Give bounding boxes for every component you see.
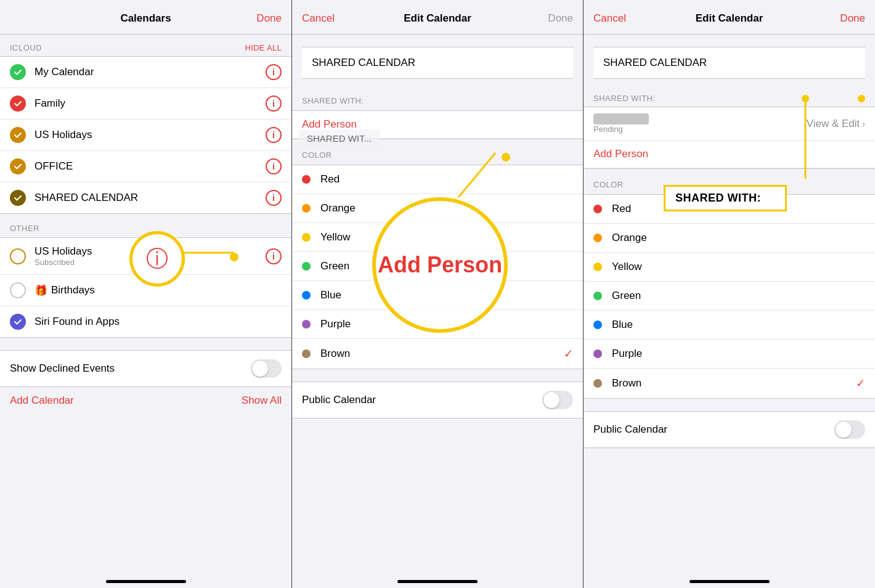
- color-orange-1[interactable]: Orange: [292, 194, 583, 223]
- purple-label-2: Purple: [612, 348, 865, 360]
- pending-label: Pending: [593, 125, 649, 134]
- cancel-button-1[interactable]: Cancel: [302, 12, 339, 25]
- birthdays-check: [10, 282, 26, 298]
- us-holidays-info[interactable]: i: [266, 127, 282, 143]
- us-holidays-check: [10, 127, 26, 143]
- shared-with-label-2: SHARED WITH:: [593, 94, 854, 103]
- purple-dot-1: [302, 320, 311, 329]
- us-holidays-label: US Holidays: [35, 129, 266, 141]
- color-list-2: Red Orange Yellow Green Blue: [584, 194, 875, 399]
- green-dot-1: [302, 262, 311, 271]
- icloud-section: ICLOUD HIDE ALL My Calendar i Fam: [0, 35, 291, 214]
- color-blue-2[interactable]: Blue: [584, 311, 875, 340]
- color-brown-1[interactable]: Brown ✓: [292, 339, 583, 369]
- color-orange-2[interactable]: Orange: [584, 224, 875, 253]
- home-indicator-2: [292, 567, 583, 588]
- add-calendar-button[interactable]: Add Calendar: [10, 394, 74, 407]
- add-person-button-2[interactable]: Add Person: [584, 141, 875, 168]
- family-label: Family: [35, 97, 266, 110]
- office-info[interactable]: i: [266, 158, 282, 174]
- us-holidays-other-info[interactable]: i: [266, 248, 282, 264]
- color-yellow-1[interactable]: Yellow: [292, 223, 583, 252]
- blue-label-2: Blue: [612, 319, 865, 331]
- shared-with-box-text: SHARED WITH:: [675, 192, 761, 204]
- color-yellow-2[interactable]: Yellow: [584, 253, 875, 282]
- office-label: OFFICE: [35, 160, 266, 173]
- done-button-2[interactable]: Done: [828, 12, 865, 25]
- color-red-1[interactable]: Red: [292, 165, 583, 194]
- calendar-name-group-2: SHARED CALENDAR: [593, 47, 865, 79]
- color-blue-1[interactable]: Blue: [292, 281, 583, 310]
- shared-calendar-label: SHARED CALENDAR: [35, 192, 266, 204]
- edit-scroll-1: SHARED CALENDAR SHARED WITH: Add Person …: [292, 35, 583, 567]
- purple-dot-2: [593, 349, 602, 358]
- pending-row: Pending View & Edit ›: [584, 107, 875, 141]
- public-cal-label-2: Public Calendar: [593, 423, 667, 436]
- list-item-birthdays[interactable]: 🎁 Birthdays i: [0, 275, 291, 306]
- home-bar-3: [690, 580, 770, 583]
- view-edit-label[interactable]: View & Edit ›: [807, 118, 865, 130]
- color-section-1: COLOR Red Orange Yellow Green: [292, 139, 583, 369]
- edit-calendar-name-section: SHARED CALENDAR: [292, 35, 583, 85]
- shared-with-label-1: SHARED WITH:: [292, 85, 583, 110]
- color-purple-2[interactable]: Purple: [584, 340, 875, 369]
- calendar-name-group: SHARED CALENDAR: [302, 47, 573, 79]
- siri-check: [10, 314, 26, 330]
- add-person-button-1[interactable]: Add Person: [292, 111, 583, 139]
- list-item-office[interactable]: OFFICE i: [0, 151, 291, 182]
- yellow-label-1: Yellow: [320, 231, 573, 243]
- family-info[interactable]: i: [266, 96, 282, 112]
- list-item-family[interactable]: Family i: [0, 88, 291, 120]
- shared-calendar-info[interactable]: i: [266, 190, 282, 206]
- us-holidays-other-sublabel: Subscribed: [35, 258, 266, 267]
- us-holidays-other-text: US Holidays Subscribed: [35, 245, 266, 267]
- list-item-shared-calendar[interactable]: SHARED CALENDAR i: [0, 182, 291, 213]
- public-cal-toggle-1[interactable]: [542, 391, 573, 409]
- edit-calendar-name-section-2: SHARED CALENDAR: [584, 35, 875, 85]
- color-green-2[interactable]: Green: [584, 282, 875, 311]
- my-calendar-info[interactable]: i: [266, 64, 282, 80]
- other-list: US Holidays Subscribed i 🎁 Birthdays i: [0, 237, 291, 338]
- calendar-name-item[interactable]: SHARED CALENDAR: [302, 47, 573, 78]
- us-holidays-other-check: [10, 248, 26, 264]
- brown-check-1: ✓: [564, 347, 573, 361]
- show-all-button[interactable]: Show All: [242, 394, 282, 407]
- icloud-label: ICLOUD: [10, 43, 42, 52]
- brown-check-2: ✓: [856, 377, 865, 390]
- orange-label-2: Orange: [612, 232, 865, 244]
- blurred-name: [593, 113, 649, 125]
- color-brown-2[interactable]: Brown ✓: [584, 369, 875, 398]
- office-check: [10, 158, 26, 174]
- shared-with-section-1: SHARED WITH: Add Person: [292, 85, 583, 139]
- shared-with-annotation-dot: [858, 95, 865, 102]
- public-cal-toggle-2[interactable]: [834, 420, 865, 439]
- green-label-1: Green: [320, 260, 573, 272]
- shared-with-section-2: SHARED WITH: Pending View & Edit ›: [584, 85, 875, 169]
- shared-with-annotation-box: SHARED WITH:: [664, 185, 787, 211]
- edit-header-1: Cancel Edit Calendar Done: [292, 0, 583, 35]
- list-item-us-holidays-other[interactable]: US Holidays Subscribed i: [0, 238, 291, 275]
- panel-edit-calendar-1: Cancel Edit Calendar Done SHARED CALENDA…: [291, 0, 583, 588]
- cancel-button-2[interactable]: Cancel: [593, 12, 630, 25]
- list-item-us-holidays-icloud[interactable]: US Holidays i: [0, 120, 291, 151]
- show-declined-toggle[interactable]: [251, 359, 282, 378]
- color-green-1[interactable]: Green: [292, 252, 583, 281]
- blue-dot-1: [302, 291, 311, 300]
- calendars-scroll: ICLOUD HIDE ALL My Calendar i Fam: [0, 35, 291, 567]
- shared-calendar-name-2: SHARED CALENDAR: [603, 57, 855, 69]
- hide-all-button[interactable]: HIDE ALL: [245, 43, 282, 52]
- done-button[interactable]: Done: [245, 12, 282, 25]
- orange-dot-2: [593, 234, 602, 242]
- color-purple-1[interactable]: Purple: [292, 310, 583, 339]
- header-spacer: Done: [10, 12, 47, 25]
- home-indicator-3: [584, 567, 875, 588]
- list-item-my-calendar[interactable]: My Calendar i: [0, 57, 291, 88]
- list-item-siri[interactable]: Siri Found in Apps: [0, 306, 291, 337]
- done-button-1: Done: [536, 12, 573, 25]
- home-indicator-1: [0, 567, 291, 588]
- calendars-title: Calendars: [47, 12, 245, 25]
- panel-calendars: Done Calendars Done ICLOUD HIDE ALL My C…: [0, 0, 291, 588]
- calendar-name-item-2[interactable]: SHARED CALENDAR: [593, 47, 865, 78]
- orange-dot-1: [302, 204, 311, 213]
- edit-title-2: Edit Calendar: [630, 12, 828, 25]
